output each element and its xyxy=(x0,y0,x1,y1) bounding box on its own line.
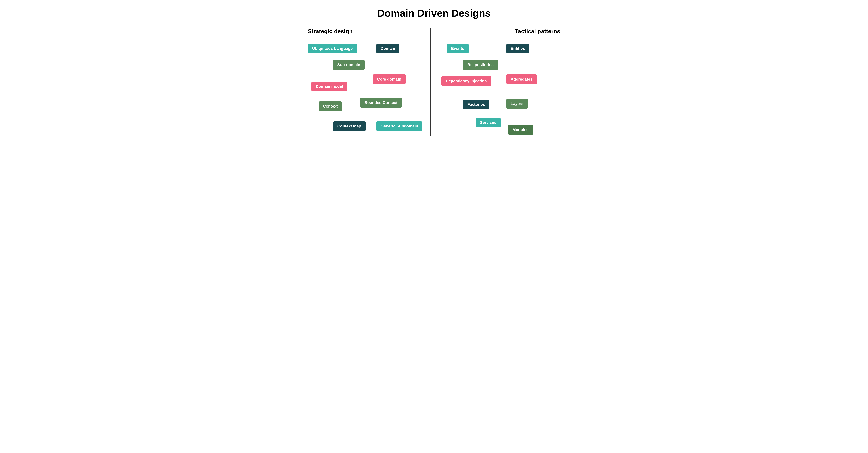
strategic-section: Strategic design Ubiquitous Language Dom… xyxy=(308,28,427,136)
tag-context: Context xyxy=(319,102,342,111)
tag-dependency-injection: Dependency Injection xyxy=(441,76,491,86)
tag-bounded-context: Bounded Context xyxy=(360,98,402,108)
tactical-title: Tactical patterns xyxy=(441,28,560,35)
tag-sub-domain: Sub-domain xyxy=(333,60,365,70)
tag-ubiquitous-language: Ubiquitous Language xyxy=(308,44,357,53)
tag-domain-model: Domain model xyxy=(311,82,347,91)
tag-generic-subdomain: Generic Subdomain xyxy=(376,121,423,131)
tag-services: Services xyxy=(476,118,501,128)
main-layout: Strategic design Ubiquitous Language Dom… xyxy=(308,28,560,136)
section-divider xyxy=(430,28,431,136)
strategic-title: Strategic design xyxy=(308,28,427,35)
tag-context-map: Context Map xyxy=(333,121,366,131)
tag-modules: Modules xyxy=(508,125,533,135)
strategic-items: Ubiquitous Language Domain Sub-domain Co… xyxy=(308,44,427,134)
page-title: Domain Driven Designs xyxy=(377,7,491,19)
tag-entities: Entities xyxy=(506,44,529,53)
tag-events: Events xyxy=(447,44,468,53)
tag-factories: Factories xyxy=(463,100,490,109)
tag-aggregates: Aggregates xyxy=(506,75,537,84)
tactical-section: Tactical patterns Events Entities Respos… xyxy=(434,28,560,136)
tag-domain: Domain xyxy=(376,44,400,53)
tag-core-domain: Core domain xyxy=(373,75,406,84)
tag-layers: Layers xyxy=(506,99,528,109)
tactical-items: Events Entities Respositories Aggregates… xyxy=(441,44,560,134)
tag-repositories: Respositories xyxy=(463,60,498,70)
